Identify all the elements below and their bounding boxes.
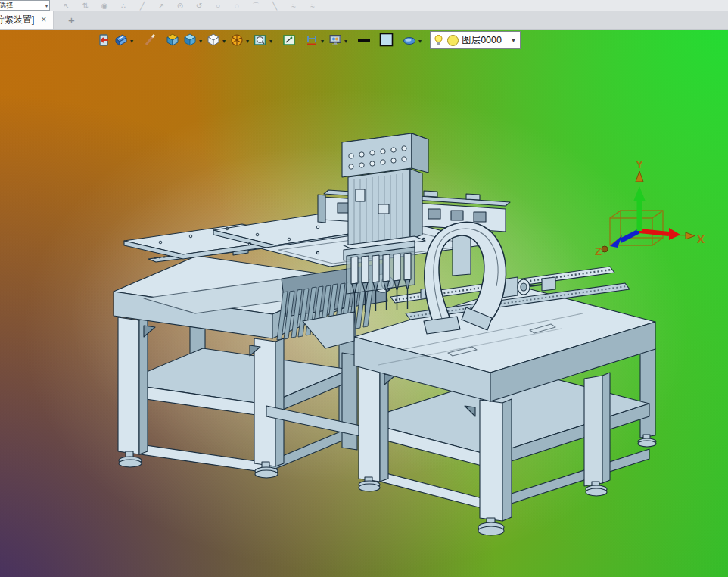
- wave-icon[interactable]: ≈: [289, 2, 298, 10]
- 3d-viewport[interactable]: ▾ ▾ ▾ ▾ ▾ ▾: [0, 29, 728, 577]
- chevron-down-icon[interactable]: ▾: [321, 38, 324, 45]
- render-wheel-icon[interactable]: [229, 33, 245, 48]
- pan-icon[interactable]: ⇅: [81, 2, 90, 10]
- notebook-icon[interactable]: [113, 33, 129, 48]
- layer-dropdown[interactable]: 图层0000 ▼: [430, 31, 521, 49]
- chevron-down-icon[interactable]: ▾: [130, 38, 133, 45]
- axis-label-y: Y: [636, 158, 643, 170]
- axis-label-z: Z: [595, 245, 602, 257]
- brush-icon[interactable]: [142, 33, 158, 48]
- cad-model-3d[interactable]: Y X Z: [0, 29, 728, 577]
- orbit-icon[interactable]: ◉: [100, 2, 109, 10]
- diameter-icon[interactable]: ○: [213, 2, 222, 10]
- ruler-stand-icon[interactable]: [303, 33, 320, 48]
- chevron-down-icon[interactable]: ▾: [246, 38, 249, 45]
- new-tab-button[interactable]: +: [64, 14, 78, 26]
- rotate-icon[interactable]: ↺: [194, 2, 204, 10]
- layer-color-swatch: [447, 35, 459, 46]
- zoom-area-icon[interactable]: [252, 33, 269, 48]
- sketch-tools-group: ↖⇅◉∴╱↗⊙↺○◌⌒╲≈≈: [62, 2, 317, 10]
- selection-mode-value: 选择: [0, 1, 13, 11]
- document-tab-bar: 拧紧装置] × +: [0, 11, 728, 30]
- color-swatch-icon[interactable]: [378, 33, 395, 48]
- close-tab-icon[interactable]: ×: [41, 14, 46, 25]
- mirror-icon[interactable]: ≈: [308, 2, 317, 10]
- spline-icon[interactable]: ╲: [270, 2, 279, 10]
- dimension-arrow-icon[interactable]: ↗: [157, 2, 166, 10]
- circle-center-icon[interactable]: ⊙: [176, 2, 185, 10]
- chevron-down-icon[interactable]: ▾: [199, 38, 202, 45]
- exit-design-icon[interactable]: [95, 33, 112, 48]
- chevron-down-icon[interactable]: ▾: [269, 38, 272, 45]
- tab-tightening-device[interactable]: 拧紧装置] ×: [0, 11, 54, 29]
- chevron-down-icon[interactable]: ▾: [222, 38, 226, 45]
- chevron-down-icon: ▼: [511, 38, 516, 43]
- layer-name: 图层0000: [462, 34, 502, 47]
- chevron-down-icon[interactable]: ▾: [344, 38, 347, 45]
- display-settings-icon[interactable]: [327, 33, 344, 48]
- lens-style-icon[interactable]: [401, 33, 418, 48]
- fit-view-icon[interactable]: [281, 33, 297, 48]
- top-toolbar: 选择 ▾ ↖⇅◉∴╱↗⊙↺○◌⌒╲≈≈: [0, 0, 728, 11]
- isometric-view-icon[interactable]: [164, 33, 181, 48]
- layer-visibility-bulb-icon: [434, 34, 443, 46]
- chevron-down-icon[interactable]: ▾: [418, 38, 422, 45]
- shaded-cube-icon[interactable]: [182, 33, 198, 48]
- select-arrow-icon[interactable]: ↖: [62, 2, 71, 10]
- wireframe-cube-icon[interactable]: [205, 33, 222, 48]
- line-icon[interactable]: ╱: [138, 2, 147, 10]
- viewport-toolbar: ▾ ▾ ▾ ▾ ▾ ▾: [95, 31, 521, 49]
- arc-icon[interactable]: ⌒: [251, 2, 260, 10]
- tab-label: 拧紧装置]: [0, 14, 34, 27]
- axis-label-x: X: [697, 232, 705, 245]
- target-icon[interactable]: ◌: [232, 2, 241, 10]
- line-width-icon[interactable]: [356, 33, 372, 48]
- selection-mode-dropdown[interactable]: 选择 ▾: [0, 0, 50, 11]
- chevron-down-icon: ▾: [45, 3, 48, 8]
- points-icon[interactable]: ∴: [119, 2, 128, 10]
